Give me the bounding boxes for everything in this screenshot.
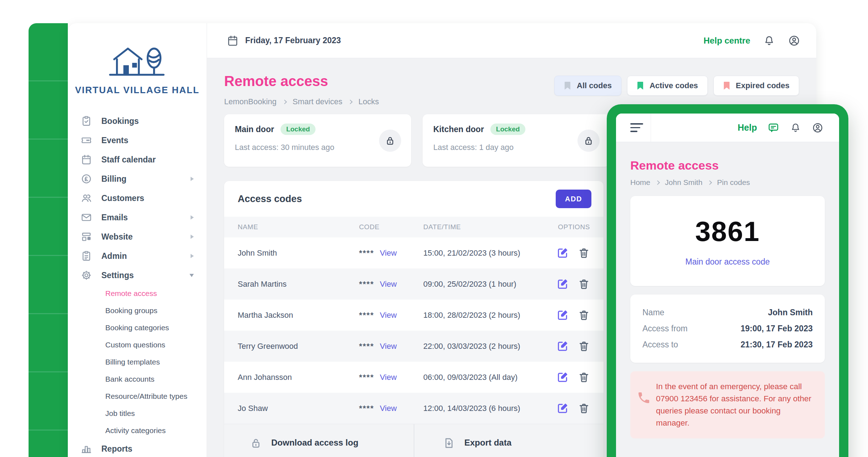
- add-code-button[interactable]: ADD: [556, 190, 591, 208]
- delete-button[interactable]: [578, 402, 590, 415]
- sidebar-subitem-booking-categories[interactable]: Booking categories: [68, 319, 207, 336]
- sidebar-subitem-billing-templates[interactable]: Billing templates: [68, 353, 207, 371]
- delete-button[interactable]: [578, 247, 590, 259]
- download-access-log-button[interactable]: Download access log: [224, 424, 414, 457]
- sidebar-menu: Bookings Events Staff calendar Billing: [68, 111, 207, 457]
- detail-label: Access from: [642, 324, 688, 333]
- bookmark-icon: [637, 81, 644, 90]
- user-avatar-icon[interactable]: [812, 122, 823, 134]
- export-data-button[interactable]: Export data: [414, 424, 604, 457]
- sidebar-item-label: Staff calendar: [101, 155, 156, 165]
- bar-chart-icon: [81, 443, 92, 455]
- ticket-icon: [81, 135, 92, 146]
- user-avatar-icon[interactable]: [788, 35, 800, 47]
- view-code-link[interactable]: View: [380, 342, 397, 351]
- breadcrumb-item[interactable]: Pin codes: [717, 178, 750, 187]
- view-code-link[interactable]: View: [380, 311, 397, 320]
- trash-icon: [578, 371, 590, 383]
- bell-icon[interactable]: [763, 35, 775, 47]
- sidebar-item-label: Events: [101, 136, 128, 145]
- sidebar-item-billing[interactable]: Billing: [68, 169, 207, 189]
- view-code-link[interactable]: View: [380, 373, 397, 382]
- chevron-right-icon: [707, 180, 712, 185]
- filter-expired-codes[interactable]: Expired codes: [713, 76, 799, 96]
- breadcrumb-item[interactable]: Locks: [358, 97, 379, 106]
- delete-button[interactable]: [578, 278, 590, 290]
- detail-value: John Smith: [768, 308, 813, 317]
- sidebar-subitem-activity-categories[interactable]: Activity categories: [68, 422, 207, 439]
- breadcrumb-item[interactable]: Home: [630, 178, 650, 187]
- trash-icon: [578, 278, 590, 290]
- breadcrumb-item[interactable]: LemonBooking: [224, 97, 277, 106]
- chevron-right-icon: [191, 215, 194, 220]
- masked-code: ****: [359, 248, 374, 258]
- table-footer: Download access log Export data: [224, 424, 604, 457]
- door-name: Main door: [235, 125, 274, 134]
- masked-code: ****: [359, 280, 374, 289]
- phone-content: Remote access Home John Smith Pin codes …: [616, 142, 839, 438]
- lock-toggle-button[interactable]: [379, 130, 401, 152]
- sidebar-item-settings[interactable]: Settings: [68, 266, 207, 285]
- filter-label: Expired codes: [736, 81, 789, 90]
- delete-button[interactable]: [578, 371, 590, 383]
- edit-button[interactable]: [556, 278, 569, 290]
- row-name: Sarah Martins: [238, 280, 359, 289]
- delete-button[interactable]: [578, 340, 590, 352]
- sidebar-item-admin[interactable]: Admin: [68, 246, 207, 266]
- envelope-icon: [81, 212, 92, 223]
- edit-button[interactable]: [556, 371, 569, 383]
- view-code-link[interactable]: View: [380, 404, 397, 413]
- edit-button[interactable]: [556, 340, 569, 352]
- edit-button[interactable]: [556, 247, 569, 259]
- breadcrumb-item[interactable]: Smart devices: [293, 97, 342, 106]
- file-download-icon: [443, 437, 455, 449]
- chat-bubble-icon[interactable]: [768, 122, 779, 134]
- phone-help-link[interactable]: Help: [738, 122, 757, 133]
- sidebar-item-reports[interactable]: Reports: [68, 439, 207, 457]
- sidebar-subitem-booking-groups[interactable]: Booking groups: [68, 302, 207, 319]
- detail-label: Access to: [642, 340, 678, 350]
- hamburger-menu-icon[interactable]: [616, 114, 651, 142]
- trash-icon: [578, 309, 590, 321]
- top-bar: Friday, 17 February 2023 Help centre: [207, 23, 816, 58]
- sidebar-item-bookings[interactable]: Bookings: [68, 111, 207, 131]
- trash-icon: [578, 340, 590, 352]
- sidebar-item-label: Billing: [101, 174, 126, 184]
- sidebar-item-events[interactable]: Events: [68, 131, 207, 150]
- chevron-right-icon: [191, 254, 194, 258]
- delete-button[interactable]: [578, 309, 590, 321]
- view-code-link[interactable]: View: [380, 280, 397, 289]
- view-code-link[interactable]: View: [380, 248, 397, 258]
- sidebar-item-website[interactable]: Website: [68, 227, 207, 246]
- pound-circle-icon: [81, 173, 92, 185]
- row-name: John Smith: [238, 248, 359, 258]
- sidebar-subitem-remote-access[interactable]: Remote access: [68, 285, 207, 302]
- sidebar-item-emails[interactable]: Emails: [68, 208, 207, 227]
- access-details-card: Name John Smith Access from 19:00, 17 Fe…: [630, 295, 825, 363]
- edit-button[interactable]: [556, 309, 569, 321]
- sidebar-item-staff-calendar[interactable]: Staff calendar: [68, 150, 207, 169]
- house-tree-logo-icon: [104, 43, 171, 79]
- bell-icon[interactable]: [790, 122, 801, 134]
- filter-active-codes[interactable]: Active codes: [627, 76, 708, 96]
- filter-all-codes[interactable]: All codes: [554, 76, 621, 96]
- sidebar-item-customers[interactable]: Customers: [68, 189, 207, 208]
- help-centre-link[interactable]: Help centre: [703, 36, 750, 46]
- sidebar-subitem-resource-attribute-types[interactable]: Resource/Attribute types: [68, 388, 207, 405]
- clipboard-check-icon: [81, 115, 92, 127]
- bookmark-icon: [723, 81, 730, 90]
- lock-toggle-button[interactable]: [577, 130, 600, 152]
- chevron-right-icon: [348, 100, 353, 104]
- row-name: Jo Shaw: [238, 404, 359, 413]
- breadcrumb-item[interactable]: John Smith: [665, 178, 702, 187]
- table-header-row: NAME CODE DATE/TIME OPTIONS: [224, 217, 604, 237]
- edit-icon: [556, 402, 569, 415]
- sidebar-subitem-job-titles[interactable]: Job titles: [68, 405, 207, 422]
- edit-button[interactable]: [556, 402, 569, 415]
- sidebar-subitem-custom-questions[interactable]: Custom questions: [68, 336, 207, 353]
- sidebar-subitem-bank-accounts[interactable]: Bank accounts: [68, 371, 207, 388]
- masked-code: ****: [359, 404, 374, 413]
- chevron-right-icon: [282, 100, 287, 104]
- pin-code-caption-link[interactable]: Main door access code: [685, 257, 770, 267]
- sidebar-item-label: Website: [101, 232, 133, 242]
